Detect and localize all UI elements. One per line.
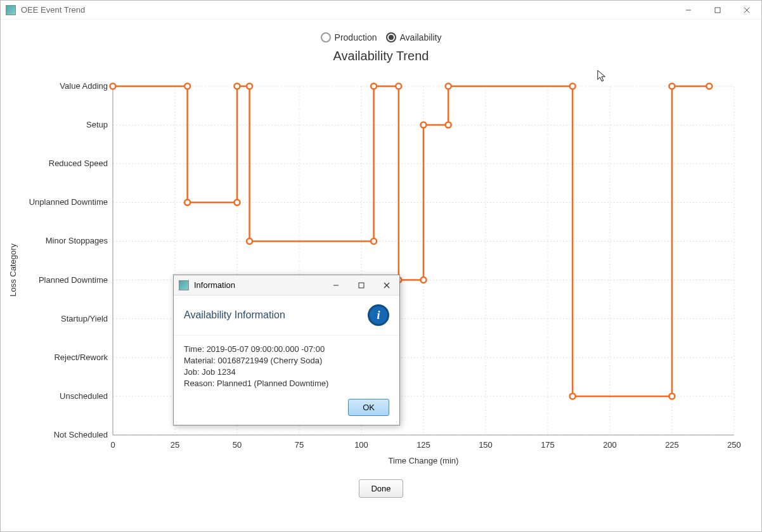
data-point — [371, 84, 377, 89]
data-point — [235, 200, 240, 205]
data-point — [184, 200, 190, 205]
window-title: OEE Event Trend — [21, 5, 674, 15]
x-tick-label: 125 — [417, 440, 430, 450]
radio-availability[interactable]: Availability — [386, 32, 442, 42]
y-tick-label: Value Adding — [60, 81, 108, 91]
titlebar: OEE Event Trend — [1, 1, 761, 20]
window-controls — [674, 1, 761, 20]
data-point — [235, 84, 240, 89]
radio-production[interactable]: Production — [321, 32, 377, 42]
dialog-minimize-button[interactable] — [323, 275, 349, 295]
data-point — [446, 122, 451, 128]
y-tick-label: Not Scheduled — [54, 430, 108, 439]
data-point — [570, 393, 576, 399]
y-tick-label: Planned Downtime — [39, 275, 108, 285]
y-tick-label: Unplanned Downtime — [29, 197, 108, 207]
data-point — [421, 277, 427, 283]
dialog-line-time: Time: 2019-05-07 09:00:00.000 -07:00 — [184, 344, 389, 354]
x-tick-label: 0 — [110, 440, 115, 450]
main-window: OEE Event Trend Production Availability — [0, 0, 762, 532]
x-tick-label: 225 — [665, 440, 679, 450]
data-point — [371, 238, 377, 244]
y-tick-label: Reject/Rework — [54, 353, 108, 362]
dialog-maximize-button[interactable] — [349, 275, 374, 295]
data-point — [396, 84, 401, 89]
dialog-header-title: Availability Information — [184, 309, 285, 321]
done-button[interactable]: Done — [359, 479, 403, 498]
y-axis-label: Loss Category — [7, 243, 24, 297]
close-button[interactable] — [732, 1, 761, 20]
data-point — [184, 84, 190, 89]
y-tick-label: Startup/Yield — [61, 314, 108, 323]
app-icon — [6, 5, 16, 15]
data-point — [706, 84, 712, 89]
chart-title: Availability Trend — [7, 49, 755, 63]
dialog-header: Availability Information i — [174, 295, 399, 335]
x-tick-label: 250 — [727, 440, 741, 450]
x-tick-label: 200 — [603, 440, 617, 450]
x-tick-label: 175 — [541, 440, 555, 450]
info-dialog: Information Availability Information i T… — [173, 275, 400, 425]
dialog-app-icon — [179, 280, 189, 290]
dialog-line-material: Material: 00168721949 (Cherry Soda) — [184, 356, 389, 365]
x-tick-label: 100 — [354, 440, 368, 450]
y-tick-label: Reduced Speed — [49, 159, 108, 168]
ok-button[interactable]: OK — [348, 399, 389, 416]
bottom-bar: Done — [7, 479, 755, 498]
y-tick-label: Minor Stoppages — [46, 236, 108, 245]
data-point — [669, 84, 675, 89]
x-tick-label: 25 — [171, 440, 179, 450]
dialog-footer: OK — [174, 394, 399, 425]
x-tick-label: 75 — [295, 440, 304, 450]
data-point — [570, 84, 576, 89]
dialog-body: Time: 2019-05-07 09:00:00.000 -07:00 Mat… — [174, 335, 399, 394]
x-axis-label: Time Change (min) — [389, 456, 459, 465]
content-area: Production Availability Availability Tre… — [1, 20, 761, 504]
data-point — [247, 84, 252, 89]
radio-circle-icon — [321, 32, 331, 42]
radio-circle-icon — [386, 32, 396, 42]
dialog-titlebar: Information — [174, 275, 399, 295]
dialog-line-reason: Reason: Planned1 (Planned Downtime) — [184, 379, 389, 388]
maximize-button[interactable] — [703, 1, 732, 20]
dialog-window-title: Information — [194, 280, 323, 290]
y-tick-label: Unscheduled — [60, 391, 108, 401]
radio-label: Availability — [400, 32, 442, 42]
dialog-line-job: Job: Job 1234 — [184, 367, 389, 377]
x-tick-label: 50 — [233, 440, 242, 450]
data-point — [446, 84, 451, 89]
radio-row: Production Availability — [7, 32, 755, 42]
data-point — [110, 84, 116, 89]
dialog-close-button[interactable] — [374, 275, 399, 295]
y-tick-label: Setup — [86, 120, 108, 129]
svg-rect-28 — [359, 283, 364, 288]
info-icon: i — [368, 304, 389, 326]
data-point — [669, 393, 675, 399]
minimize-button[interactable] — [674, 1, 703, 20]
data-point — [421, 122, 427, 128]
svg-rect-1 — [715, 8, 720, 13]
x-tick-label: 150 — [479, 440, 493, 450]
data-point — [247, 238, 252, 244]
radio-label: Production — [335, 32, 377, 42]
